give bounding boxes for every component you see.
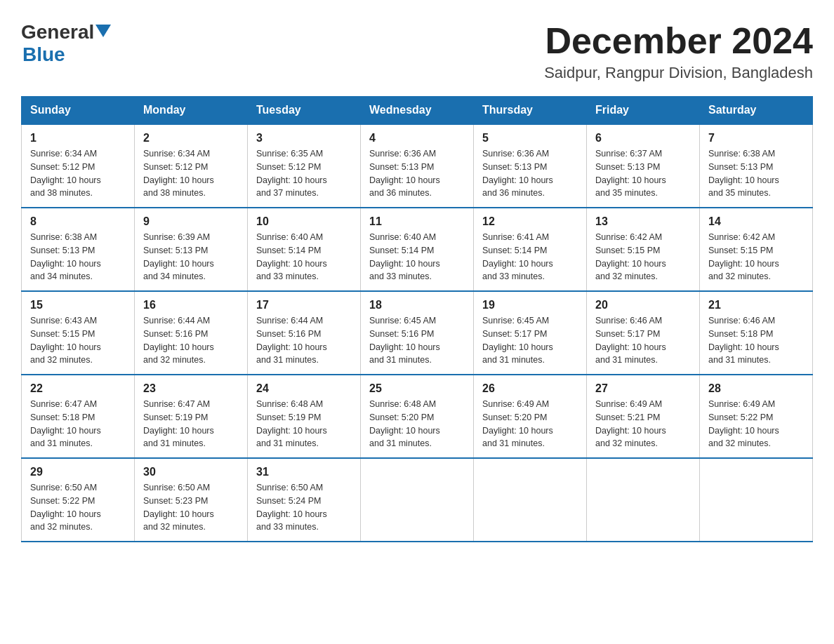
day-info: Sunrise: 6:38 AM Sunset: 5:13 PM Dayligh… bbox=[708, 147, 804, 200]
daylight-label: Daylight: 10 hours bbox=[369, 175, 440, 185]
day-info: Sunrise: 6:36 AM Sunset: 5:13 PM Dayligh… bbox=[482, 147, 578, 200]
table-row: 7 Sunrise: 6:38 AM Sunset: 5:13 PM Dayli… bbox=[700, 124, 813, 208]
daylight-minutes: and 33 minutes. bbox=[256, 271, 319, 281]
table-row: 11 Sunrise: 6:40 AM Sunset: 5:14 PM Dayl… bbox=[361, 208, 474, 291]
day-number: 17 bbox=[256, 299, 352, 311]
calendar-week-5: 29 Sunrise: 6:50 AM Sunset: 5:22 PM Dayl… bbox=[22, 458, 813, 542]
daylight-label: Daylight: 10 hours bbox=[30, 175, 101, 185]
sunrise-label: Sunrise: 6:46 AM bbox=[595, 316, 662, 326]
daylight-label: Daylight: 10 hours bbox=[143, 342, 214, 352]
sunrise-label: Sunrise: 6:42 AM bbox=[595, 232, 662, 242]
logo-blue-text: Blue bbox=[22, 43, 65, 66]
day-info: Sunrise: 6:50 AM Sunset: 5:23 PM Dayligh… bbox=[143, 481, 239, 534]
day-info: Sunrise: 6:48 AM Sunset: 5:19 PM Dayligh… bbox=[256, 398, 352, 450]
sunrise-label: Sunrise: 6:34 AM bbox=[30, 149, 97, 159]
table-row: 12 Sunrise: 6:41 AM Sunset: 5:14 PM Dayl… bbox=[474, 208, 587, 291]
day-number: 21 bbox=[708, 299, 804, 311]
table-row: 30 Sunrise: 6:50 AM Sunset: 5:23 PM Dayl… bbox=[135, 458, 248, 542]
day-number: 11 bbox=[369, 215, 465, 228]
daylight-minutes: and 31 minutes. bbox=[369, 438, 432, 448]
sunrise-label: Sunrise: 6:40 AM bbox=[369, 232, 436, 242]
sunrise-label: Sunrise: 6:40 AM bbox=[256, 232, 323, 242]
day-info: Sunrise: 6:42 AM Sunset: 5:15 PM Dayligh… bbox=[708, 231, 804, 283]
daylight-minutes: and 31 minutes. bbox=[482, 438, 545, 448]
day-info: Sunrise: 6:36 AM Sunset: 5:13 PM Dayligh… bbox=[369, 147, 465, 200]
table-row: 4 Sunrise: 6:36 AM Sunset: 5:13 PM Dayli… bbox=[361, 124, 474, 208]
daylight-minutes: and 32 minutes. bbox=[30, 522, 93, 532]
table-row: 15 Sunrise: 6:43 AM Sunset: 5:15 PM Dayl… bbox=[22, 291, 135, 375]
header-tuesday: Tuesday bbox=[248, 97, 361, 125]
daylight-minutes: and 31 minutes. bbox=[369, 355, 432, 365]
day-info: Sunrise: 6:41 AM Sunset: 5:14 PM Dayligh… bbox=[482, 231, 578, 283]
daylight-minutes: and 31 minutes. bbox=[595, 355, 658, 365]
header-friday: Friday bbox=[587, 97, 700, 125]
daylight-minutes: and 31 minutes. bbox=[256, 355, 319, 365]
day-number: 8 bbox=[30, 215, 126, 228]
sunset-label: Sunset: 5:13 PM bbox=[30, 246, 95, 255]
table-row: 20 Sunrise: 6:46 AM Sunset: 5:17 PM Dayl… bbox=[587, 291, 700, 375]
calendar-week-2: 8 Sunrise: 6:38 AM Sunset: 5:13 PM Dayli… bbox=[22, 208, 813, 291]
daylight-label: Daylight: 10 hours bbox=[30, 509, 101, 519]
calendar-week-4: 22 Sunrise: 6:47 AM Sunset: 5:18 PM Dayl… bbox=[22, 375, 813, 458]
day-info: Sunrise: 6:34 AM Sunset: 5:12 PM Dayligh… bbox=[30, 147, 126, 200]
sunset-label: Sunset: 5:13 PM bbox=[369, 162, 434, 172]
daylight-minutes: and 32 minutes. bbox=[143, 522, 206, 532]
daylight-minutes: and 31 minutes. bbox=[30, 438, 93, 448]
page-subtitle: Saidpur, Rangpur Division, Bangladesh bbox=[544, 64, 813, 82]
daylight-label: Daylight: 10 hours bbox=[708, 342, 779, 352]
sunset-label: Sunset: 5:13 PM bbox=[482, 162, 547, 172]
table-row: 13 Sunrise: 6:42 AM Sunset: 5:15 PM Dayl… bbox=[587, 208, 700, 291]
sunset-label: Sunset: 5:12 PM bbox=[30, 162, 95, 172]
day-number: 15 bbox=[30, 299, 126, 311]
sunrise-label: Sunrise: 6:44 AM bbox=[256, 316, 323, 326]
calendar-week-1: 1 Sunrise: 6:34 AM Sunset: 5:12 PM Dayli… bbox=[22, 124, 813, 208]
sunset-label: Sunset: 5:17 PM bbox=[595, 329, 660, 339]
table-row: 14 Sunrise: 6:42 AM Sunset: 5:15 PM Dayl… bbox=[700, 208, 813, 291]
sunrise-label: Sunrise: 6:50 AM bbox=[256, 483, 323, 492]
day-number: 29 bbox=[30, 466, 126, 478]
day-number: 2 bbox=[143, 132, 239, 145]
table-row: 23 Sunrise: 6:47 AM Sunset: 5:19 PM Dayl… bbox=[135, 375, 248, 458]
sunrise-label: Sunrise: 6:41 AM bbox=[482, 232, 549, 242]
sunset-label: Sunset: 5:14 PM bbox=[256, 246, 321, 255]
daylight-label: Daylight: 10 hours bbox=[708, 175, 779, 185]
daylight-label: Daylight: 10 hours bbox=[30, 426, 101, 436]
daylight-minutes: and 35 minutes. bbox=[595, 188, 658, 198]
sunset-label: Sunset: 5:19 PM bbox=[143, 412, 208, 422]
sunset-label: Sunset: 5:20 PM bbox=[482, 412, 547, 422]
sunset-label: Sunset: 5:16 PM bbox=[143, 329, 208, 339]
day-info: Sunrise: 6:40 AM Sunset: 5:14 PM Dayligh… bbox=[369, 231, 465, 283]
day-number: 14 bbox=[708, 215, 804, 228]
day-number: 3 bbox=[256, 132, 352, 145]
daylight-minutes: and 37 minutes. bbox=[256, 188, 319, 198]
day-number: 13 bbox=[595, 215, 691, 228]
daylight-minutes: and 36 minutes. bbox=[369, 188, 432, 198]
day-info: Sunrise: 6:49 AM Sunset: 5:21 PM Dayligh… bbox=[595, 398, 691, 450]
day-number: 20 bbox=[595, 299, 691, 311]
sunrise-label: Sunrise: 6:36 AM bbox=[482, 149, 549, 159]
daylight-minutes: and 33 minutes. bbox=[256, 522, 319, 532]
day-number: 16 bbox=[143, 299, 239, 311]
day-info: Sunrise: 6:34 AM Sunset: 5:12 PM Dayligh… bbox=[143, 147, 239, 200]
daylight-minutes: and 38 minutes. bbox=[143, 188, 206, 198]
daylight-minutes: and 32 minutes. bbox=[143, 355, 206, 365]
day-info: Sunrise: 6:50 AM Sunset: 5:22 PM Dayligh… bbox=[30, 481, 126, 534]
daylight-label: Daylight: 10 hours bbox=[595, 426, 666, 436]
daylight-minutes: and 32 minutes. bbox=[595, 271, 658, 281]
sunrise-label: Sunrise: 6:50 AM bbox=[30, 483, 97, 492]
table-row bbox=[700, 458, 813, 542]
daylight-minutes: and 31 minutes. bbox=[708, 355, 771, 365]
daylight-label: Daylight: 10 hours bbox=[256, 509, 327, 519]
sunset-label: Sunset: 5:22 PM bbox=[708, 412, 773, 422]
header-thursday: Thursday bbox=[474, 97, 587, 125]
table-row: 5 Sunrise: 6:36 AM Sunset: 5:13 PM Dayli… bbox=[474, 124, 587, 208]
daylight-label: Daylight: 10 hours bbox=[482, 426, 553, 436]
day-number: 27 bbox=[595, 382, 691, 395]
table-row: 8 Sunrise: 6:38 AM Sunset: 5:13 PM Dayli… bbox=[22, 208, 135, 291]
daylight-label: Daylight: 10 hours bbox=[143, 426, 214, 436]
day-number: 19 bbox=[482, 299, 578, 311]
title-section: December 2024 Saidpur, Rangpur Division,… bbox=[544, 21, 813, 82]
day-number: 25 bbox=[369, 382, 465, 395]
table-row: 25 Sunrise: 6:48 AM Sunset: 5:20 PM Dayl… bbox=[361, 375, 474, 458]
sunrise-label: Sunrise: 6:49 AM bbox=[482, 399, 549, 409]
